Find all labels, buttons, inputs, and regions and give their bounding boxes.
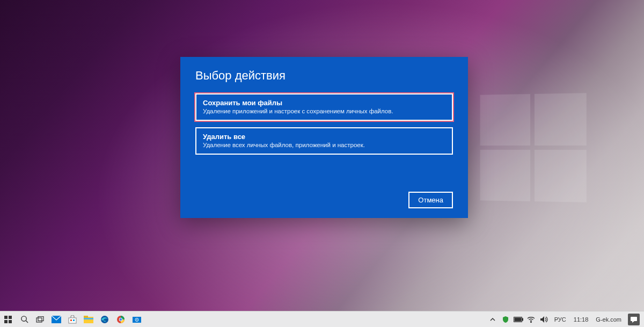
- svg-point-25: [531, 322, 532, 323]
- option-keep-files[interactable]: Сохранить мои файлы Удаление приложений …: [195, 93, 453, 121]
- svg-rect-3: [9, 320, 12, 323]
- task-view-icon[interactable]: [32, 311, 48, 328]
- watermark-text: G-ek.com: [594, 316, 624, 323]
- taskbar: РУС 11:18 G-ek.com: [0, 311, 644, 327]
- option-keep-files-desc: Удаление приложений и настроек с сохране…: [203, 108, 445, 114]
- clock[interactable]: 11:18: [572, 316, 591, 323]
- search-icon[interactable]: [16, 311, 32, 328]
- option-remove-everything-desc: Удаление всех личных файлов, приложений …: [203, 142, 445, 148]
- dialog-title: Выбор действия: [195, 69, 453, 83]
- svg-rect-13: [84, 316, 88, 318]
- svg-rect-14: [84, 318, 93, 319]
- dialog-footer: Отмена: [195, 192, 453, 208]
- svg-rect-24: [515, 318, 521, 321]
- svg-rect-9: [69, 318, 76, 323]
- svg-rect-6: [36, 318, 42, 322]
- svg-rect-1: [9, 316, 12, 319]
- svg-point-21: [136, 319, 137, 320]
- svg-line-5: [26, 321, 28, 323]
- language-indicator[interactable]: РУС: [552, 316, 568, 323]
- edge-browser-icon[interactable]: [97, 311, 113, 328]
- svg-rect-2: [4, 320, 8, 323]
- taskbar-left: [0, 311, 145, 327]
- tray-chevron-up-icon[interactable]: [488, 311, 497, 328]
- windows-logo-watermark: [480, 93, 587, 202]
- battery-icon[interactable]: [514, 311, 523, 328]
- start-button[interactable]: [0, 311, 16, 328]
- svg-marker-26: [540, 316, 544, 323]
- svg-marker-28: [632, 321, 634, 323]
- chrome-browser-icon[interactable]: [113, 311, 129, 328]
- security-icon[interactable]: [501, 311, 510, 328]
- reset-pc-dialog: Выбор действия Сохранить мои файлы Удале…: [180, 57, 468, 218]
- option-remove-everything[interactable]: Удалить все Удаление всех личных файлов,…: [195, 127, 453, 155]
- action-center-icon[interactable]: [627, 311, 641, 328]
- settings-app-icon[interactable]: [129, 311, 145, 328]
- svg-point-18: [120, 318, 122, 321]
- desktop-background: Выбор действия Сохранить мои файлы Удале…: [0, 0, 644, 327]
- option-remove-everything-title: Удалить все: [203, 133, 445, 141]
- store-app-icon[interactable]: [64, 311, 80, 328]
- svg-rect-10: [70, 319, 72, 321]
- svg-point-4: [21, 316, 26, 321]
- mail-app-icon[interactable]: [48, 311, 64, 328]
- file-explorer-icon[interactable]: [80, 311, 97, 328]
- svg-rect-7: [38, 316, 43, 321]
- taskbar-right: РУС 11:18 G-ek.com: [488, 311, 644, 327]
- wifi-icon[interactable]: [526, 311, 536, 328]
- svg-rect-23: [522, 318, 523, 321]
- volume-icon[interactable]: [539, 311, 549, 328]
- svg-rect-27: [631, 317, 637, 321]
- svg-rect-11: [73, 319, 75, 321]
- svg-rect-0: [4, 316, 8, 319]
- option-keep-files-title: Сохранить мои файлы: [203, 99, 445, 107]
- cancel-button[interactable]: Отмена: [408, 192, 453, 208]
